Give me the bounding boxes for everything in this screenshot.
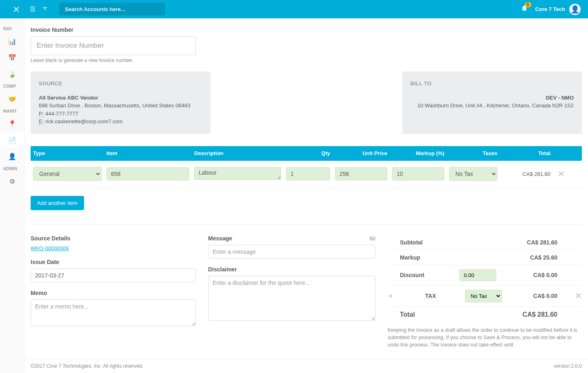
source-phone-label: P:	[39, 111, 44, 117]
calendar-icon: 📅	[8, 54, 16, 62]
document-icon: 📄	[8, 136, 16, 144]
dashboard-icon: 📊	[8, 38, 16, 45]
source-name: All Service ABC Vendor	[39, 94, 202, 102]
notifications-button[interactable]: 5	[517, 4, 532, 14]
items-header: Type Item Description Qty Unit Price Mar…	[31, 146, 582, 161]
source-email: rick.caskenette@corp.core7.com	[45, 118, 123, 124]
sidebar-item-location[interactable]: 📍	[0, 115, 24, 132]
user-menu[interactable]: Core 7 Tech 👤	[532, 4, 584, 15]
markup-value: CA$ 25.60	[530, 254, 582, 261]
discount-input[interactable]	[459, 269, 496, 281]
col-unit-price: Unit Price	[333, 150, 390, 156]
tax-select[interactable]: No Tax	[465, 290, 502, 302]
line-item-input[interactable]	[107, 167, 189, 180]
billto-card: BILL TO DEV - NMO 10 Washburn Drive, Uni…	[402, 71, 582, 134]
col-type: Type	[31, 150, 104, 156]
line-item-row: General Labour No Tax CA$ 281.60 ✕	[31, 161, 582, 188]
footer-company: Core 7 Technologies, Inc.	[47, 363, 102, 369]
leaf-icon: 🍃	[8, 70, 16, 78]
subtotal-label: Subtotal	[388, 239, 423, 246]
col-description: Description	[192, 150, 284, 156]
discount-label: Discount	[388, 272, 424, 278]
notification-badge: 5	[525, 2, 531, 7]
footer-version: version 2.0.0	[554, 363, 582, 369]
markup-label: Markup	[388, 254, 420, 261]
remove-tax-icon[interactable]: ✕	[575, 291, 582, 301]
issue-date-input[interactable]	[31, 269, 196, 282]
sidebar-group-admin: ADMIN	[0, 164, 24, 173]
line-total: CA$ 281.60	[522, 171, 550, 177]
person-icon: 👤	[8, 153, 16, 160]
sidebar-group-comp: COMP	[0, 82, 24, 91]
total-label: Total	[388, 311, 415, 318]
tax-label: TAX	[425, 293, 436, 299]
col-markup: Markup (%)	[390, 150, 447, 156]
invoice-number-input[interactable]	[31, 36, 196, 55]
message-label: Message	[208, 235, 232, 242]
sidebar-item-dashboard[interactable]: 📊	[0, 33, 24, 49]
source-phone: 444-777-7777	[45, 111, 78, 117]
source-details-label: Source Details	[31, 235, 196, 242]
source-details-link[interactable]: WKO-00000009	[31, 245, 69, 251]
add-item-button[interactable]: Add another item	[31, 196, 84, 210]
discount-value: CA$ 0.00	[533, 272, 582, 278]
footer: ©2017 Core 7 Technologies, Inc. All righ…	[24, 359, 588, 373]
sidebar: NAV 📊 📅 🍃 COMP 🤝 MAINT 📍 📄 👤 ADMIN ⚙	[0, 18, 24, 373]
source-email-label: E:	[39, 118, 44, 125]
subtotal-value: CA$ 281.60	[527, 239, 582, 246]
topbar: ☰ 5 Core 7 Tech 👤	[0, 0, 588, 18]
billto-title: BILL TO	[410, 80, 574, 88]
col-qty: Qty	[284, 150, 333, 156]
col-item: Item	[104, 150, 192, 156]
billto-address: 10 Washburn Drive, Unit #4 , Kitchener, …	[410, 102, 574, 110]
disclaimer-label: Disclaimer	[208, 266, 375, 273]
source-title: SOURCE	[39, 80, 202, 88]
avatar: 👤	[569, 4, 581, 15]
col-total: Total	[500, 150, 553, 156]
invoice-number-helper: Leave blank to generate a new Invoice nu…	[31, 58, 196, 63]
sidebar-item-person[interactable]: 👤	[0, 148, 24, 164]
source-card: SOURCE All Service ABC Vendor 698 Surban…	[31, 71, 211, 134]
disclaimer-textarea[interactable]	[208, 276, 375, 321]
memo-label: Memo	[31, 290, 196, 296]
issue-date-label: Issue Date	[31, 259, 196, 265]
memo-textarea[interactable]	[31, 300, 196, 326]
sidebar-item-comp[interactable]: 🤝	[0, 91, 24, 107]
footer-copyright-suffix: All rights reserved.	[102, 363, 144, 369]
sidebar-group-nav: NAV	[0, 24, 24, 33]
draft-note: Keeping the Invoice as a draft allows th…	[388, 326, 582, 349]
message-counter: 50	[370, 235, 375, 242]
message-input[interactable]	[208, 245, 375, 259]
source-address: 698 Surban Drive , Boston, Massachusetts…	[39, 102, 202, 110]
totals-panel: Subtotal CA$ 281.60 Markup CA$ 25.60 Dis…	[388, 235, 582, 322]
col-taxes: Taxes	[447, 150, 500, 156]
footer-copyright-prefix: ©2017	[31, 363, 47, 369]
menu-toggle-icon[interactable]: ☰	[27, 5, 39, 13]
line-qty-input[interactable]	[286, 167, 330, 180]
handshake-icon: 🤝	[8, 95, 16, 103]
line-taxes-select[interactable]: No Tax	[449, 167, 497, 181]
sidebar-item-invoice[interactable]: 📄	[0, 132, 24, 148]
gear-icon: ⚙	[9, 178, 15, 185]
delete-line-icon[interactable]: ✕	[558, 169, 565, 178]
sidebar-item-leaf[interactable]: 🍃	[0, 66, 24, 82]
line-unit-price-input[interactable]	[335, 167, 387, 180]
app-logo	[6, 0, 27, 18]
user-name: Core 7 Tech	[535, 6, 565, 12]
line-type-select[interactable]: General	[33, 167, 102, 181]
line-description-input[interactable]: Labour	[194, 167, 281, 180]
line-markup-input[interactable]	[392, 167, 444, 180]
sidebar-item-calendar[interactable]: 📅	[0, 49, 24, 66]
sidebar-group-maint: MAINT	[0, 107, 24, 115]
filter-icon[interactable]	[39, 6, 51, 13]
total-value: CA$ 281.60	[523, 311, 582, 318]
sidebar-item-settings[interactable]: ⚙	[0, 173, 24, 189]
search-input[interactable]	[59, 3, 165, 16]
add-tax-icon[interactable]: ＋	[388, 292, 396, 300]
main-content: Invoice Number Leave blank to generate a…	[24, 18, 588, 373]
pin-icon: 📍	[8, 120, 16, 128]
billto-name: DEV - NMO	[410, 94, 574, 102]
invoice-number-label: Invoice Number	[31, 27, 196, 33]
